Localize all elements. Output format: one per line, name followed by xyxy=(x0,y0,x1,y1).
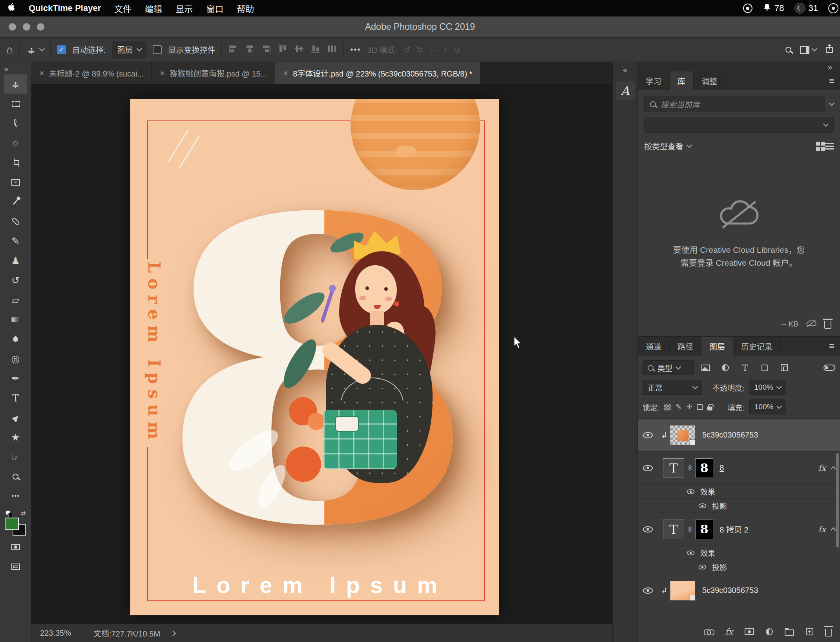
delete-icon[interactable] xyxy=(824,321,831,329)
layer-name[interactable]: 5c39c03056753 xyxy=(702,586,758,595)
filter-image-layers-button[interactable] xyxy=(698,360,714,375)
tool-clone-stamp[interactable]: ♟ xyxy=(4,251,27,270)
layer-mask-thumbnail[interactable]: 8 xyxy=(695,458,713,478)
tool-eyedropper[interactable] xyxy=(4,192,27,212)
tool-move[interactable]: ↔↕ xyxy=(4,74,27,94)
search-icon[interactable] xyxy=(785,47,791,53)
effects-header-row[interactable]: 效果 xyxy=(638,546,840,560)
eye-icon[interactable] xyxy=(687,550,695,555)
layer-style-fx-icon[interactable]: fx xyxy=(725,627,733,637)
lock-image-pixels-icon[interactable]: ✎ xyxy=(676,403,681,411)
tool-crop[interactable] xyxy=(4,153,27,172)
layer-filter-type-dropdown[interactable]: 类型 xyxy=(643,360,694,375)
menu-help[interactable]: 帮助 xyxy=(237,2,254,15)
zoom-level[interactable]: 223.35% xyxy=(40,629,71,638)
layer-row-text-8[interactable]: T ∞ 8 8 fx xyxy=(638,452,840,485)
eye-icon[interactable] xyxy=(699,564,707,569)
align-bottom-edges-icon[interactable] xyxy=(310,44,321,55)
character-panel-icon[interactable]: A xyxy=(616,81,635,100)
lock-transparent-pixels-icon[interactable] xyxy=(664,404,671,410)
tool-healing-brush[interactable] xyxy=(4,212,27,231)
effects-header-row[interactable]: 效果 xyxy=(638,485,840,499)
tab-paths[interactable]: 路径 xyxy=(670,337,701,356)
scrollbar-thumb[interactable] xyxy=(836,453,839,547)
tool-gradient[interactable] xyxy=(4,310,27,329)
menu-file[interactable]: 文件 xyxy=(114,2,131,15)
eye-icon[interactable] xyxy=(687,489,695,494)
tool-hand[interactable]: ☞ xyxy=(4,447,27,467)
visibility-toggle[interactable] xyxy=(638,419,658,451)
layer-mask-thumbnail[interactable]: 8 xyxy=(695,520,713,539)
filter-switch-icon[interactable] xyxy=(824,365,835,371)
auto-select-dropdown[interactable]: 图层 xyxy=(112,42,146,58)
tool-brush[interactable]: ✎ xyxy=(4,231,27,251)
tool-custom-shape[interactable]: ★ xyxy=(4,427,27,447)
tab-libraries[interactable]: 库 xyxy=(670,71,694,90)
visibility-toggle[interactable] xyxy=(638,513,658,545)
document-tab-3-active[interactable]: × 8字体设计.psd @ 223% (5c39c03056753, RGB/8… xyxy=(275,62,480,84)
panel-menu-icon[interactable]: ≡ xyxy=(824,337,840,356)
layer-name[interactable]: 5c39c03056753 xyxy=(702,430,758,440)
tool-edit-toolbar[interactable]: ••• xyxy=(4,486,27,506)
lock-position-icon[interactable]: ✛ xyxy=(686,403,692,411)
window-zoom-button[interactable] xyxy=(37,23,44,31)
cloud-sync-icon[interactable] xyxy=(805,319,817,330)
new-group-icon[interactable] xyxy=(785,629,794,636)
new-adjustment-layer-icon[interactable] xyxy=(766,628,773,635)
expand-toolbar-icon[interactable]: » xyxy=(0,64,12,74)
tool-blur[interactable] xyxy=(4,329,27,349)
tool-dodge[interactable]: ◎ xyxy=(4,349,27,368)
tool-type[interactable]: T xyxy=(4,388,27,408)
screen-record-stop-icon[interactable] xyxy=(743,4,752,13)
document-canvas[interactable]: Lorem Ipsum 8 8 xyxy=(31,85,612,624)
fill-dropdown[interactable]: 100% xyxy=(749,399,787,414)
show-transform-checkbox[interactable] xyxy=(153,45,162,54)
close-icon[interactable]: × xyxy=(160,68,165,78)
workspace-switcher[interactable] xyxy=(800,46,816,54)
align-vertical-centers-icon[interactable] xyxy=(294,44,304,55)
close-icon[interactable]: × xyxy=(283,68,288,78)
menu-window[interactable]: 窗口 xyxy=(206,2,223,15)
collapse-effects-icon[interactable] xyxy=(831,527,836,533)
document-tab-2[interactable]: × 猕猴桃创意海报.psd @ 15... xyxy=(152,62,275,84)
eye-icon[interactable] xyxy=(699,503,707,508)
layer-row-text-8-copy-2[interactable]: T ∞ 8 8 拷贝 2 fx xyxy=(638,513,840,546)
new-layer-icon[interactable] xyxy=(806,628,813,635)
layer-thumbnail[interactable] xyxy=(670,581,695,600)
more-options-button[interactable]: ••• xyxy=(350,45,361,54)
tab-learn[interactable]: 学习 xyxy=(638,71,670,90)
tool-preset-move[interactable]: ↔↕ xyxy=(26,44,44,55)
filter-text-layers-button[interactable]: T xyxy=(737,360,753,375)
swap-colors-icon[interactable]: ⇄ xyxy=(21,510,26,517)
menu-app-name[interactable]: QuickTime Player xyxy=(29,3,101,13)
menu-view[interactable]: 显示 xyxy=(175,2,193,15)
tool-quick-mask[interactable] xyxy=(4,537,27,557)
align-horizontal-centers-icon[interactable] xyxy=(245,44,255,55)
notification-bell-icon[interactable] xyxy=(763,3,771,14)
layer-name[interactable]: 8 xyxy=(719,463,724,472)
chevron-right-icon[interactable] xyxy=(170,630,176,636)
add-layer-mask-icon[interactable] xyxy=(745,628,754,635)
default-background-icon[interactable] xyxy=(8,513,13,517)
drop-shadow-row[interactable]: 投影 xyxy=(638,499,840,513)
lock-artboard-icon[interactable] xyxy=(697,404,703,410)
foreground-color-swatch[interactable] xyxy=(5,518,19,530)
library-select-dropdown[interactable] xyxy=(644,117,834,133)
window-close-button[interactable] xyxy=(9,23,16,31)
layer-name[interactable]: 8 拷贝 2 xyxy=(719,523,748,535)
apple-logo-icon[interactable] xyxy=(8,3,15,14)
auto-select-checkbox[interactable]: ✓ xyxy=(57,45,66,54)
delete-layer-icon[interactable] xyxy=(825,629,832,637)
grid-view-icon[interactable] xyxy=(816,142,820,146)
chevron-down-icon[interactable] xyxy=(829,100,835,106)
view-by-type-label[interactable]: 按类型查看 xyxy=(644,140,683,152)
panel-menu-icon[interactable]: ≡ xyxy=(824,71,840,90)
filter-smart-objects-button[interactable] xyxy=(776,360,793,375)
blend-mode-dropdown[interactable]: 正常 xyxy=(643,380,702,395)
tab-layers[interactable]: 图层 xyxy=(701,337,733,356)
collapse-dock-icon[interactable]: « xyxy=(619,64,631,75)
filter-adjustment-layers-button[interactable] xyxy=(717,360,734,375)
tool-eraser[interactable]: ▱ xyxy=(4,290,27,310)
list-view-icon[interactable] xyxy=(825,143,834,144)
text-layer-thumbnail[interactable]: T xyxy=(663,520,684,539)
